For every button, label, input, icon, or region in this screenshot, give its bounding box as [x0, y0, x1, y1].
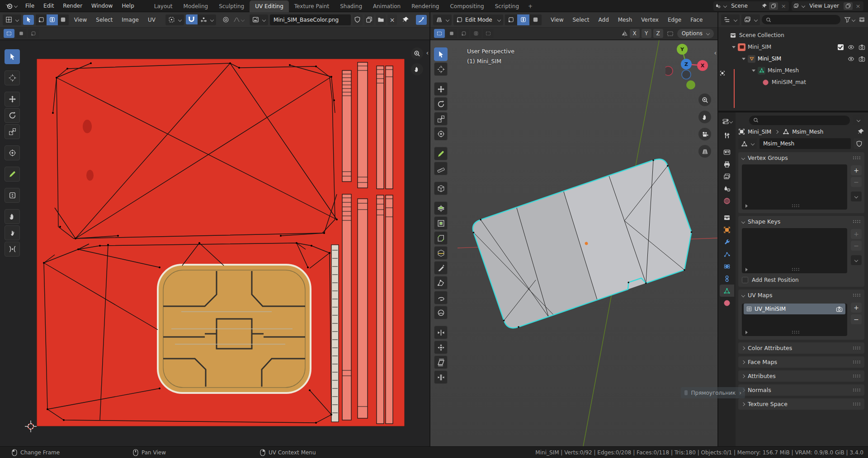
sidebar-expand-chevron[interactable]: ‹	[426, 49, 429, 56]
shape-key-specials-button[interactable]	[851, 255, 862, 265]
snap-correct-button[interactable]	[665, 28, 675, 38]
tool-cursor-3d[interactable]	[434, 62, 448, 76]
grip-icon[interactable]	[853, 360, 861, 364]
eye-icon[interactable]	[848, 56, 854, 62]
add-rest-position-checkbox[interactable]	[742, 277, 748, 283]
select-mode-new-button[interactable]	[434, 29, 445, 38]
tool-loop-cut[interactable]	[434, 246, 448, 260]
vp-menu-add[interactable]: Add	[595, 17, 613, 23]
tool-pinch[interactable]	[5, 242, 20, 257]
tool-rotate[interactable]	[434, 97, 448, 111]
tab-particles[interactable]	[720, 248, 734, 260]
mode-dropdown[interactable]: Edit Mode	[453, 14, 503, 25]
options-dropdown[interactable]: Options	[677, 29, 714, 38]
zoom-button[interactable]	[411, 47, 423, 60]
proportional-falloff-button[interactable]	[231, 15, 246, 25]
menu-edit[interactable]: Edit	[39, 0, 58, 12]
editor-type-button[interactable]	[720, 115, 734, 127]
select-mode-intersect-button[interactable]	[483, 29, 494, 38]
vp-menu-face[interactable]: Face	[687, 17, 706, 23]
update-automatically-toggle[interactable]	[416, 15, 427, 25]
pin-icon[interactable]	[858, 128, 864, 135]
breadcrumb-data[interactable]: Msim_Mesh	[792, 129, 823, 135]
tab-constraints[interactable]	[720, 272, 734, 285]
uv-menu-select[interactable]: Select	[92, 17, 116, 23]
grip-icon[interactable]	[853, 220, 861, 224]
outliner-row-scene-collection[interactable]: Scene Collection	[718, 29, 868, 41]
tab-rendering[interactable]: Rendering	[406, 0, 444, 12]
tool-bevel[interactable]	[434, 231, 448, 245]
select-mode-subtract-button[interactable]	[458, 29, 469, 38]
edge-select-mode-button[interactable]	[47, 14, 57, 25]
filter-button[interactable]	[842, 15, 857, 25]
tool-grab[interactable]	[5, 209, 20, 224]
menu-help[interactable]: Help	[117, 0, 138, 12]
panel-header[interactable]: Shape Keys	[738, 216, 864, 227]
zoom-button[interactable]	[698, 93, 711, 106]
uv-menu-uv[interactable]: UV	[144, 17, 159, 23]
snap-toggle[interactable]	[186, 14, 198, 24]
camera-icon[interactable]	[859, 56, 865, 62]
editor-type-button[interactable]	[721, 14, 740, 25]
tool-extrude-region[interactable]	[434, 201, 448, 215]
remove-view-layer-button[interactable]: ×	[854, 3, 862, 9]
tool-tweak-select[interactable]	[434, 47, 448, 61]
vertex-select-mode-button[interactable]	[36, 14, 47, 25]
view-layer-name[interactable]: View Layer	[807, 3, 842, 9]
vp-menu-view[interactable]: View	[547, 17, 567, 23]
select-mode-extend-button[interactable]	[16, 29, 27, 38]
pan-button[interactable]	[411, 63, 423, 75]
pin-icon[interactable]	[762, 3, 767, 9]
view-layer-icon[interactable]	[793, 3, 799, 9]
display-mode-button[interactable]	[741, 14, 760, 25]
camera-icon[interactable]	[836, 306, 843, 313]
grip-icon[interactable]	[792, 267, 800, 271]
tool-relax[interactable]	[5, 225, 20, 240]
image-name-field[interactable]: Mini_SIM_BaseColor.png	[270, 14, 351, 25]
select-mode-extend-button[interactable]	[446, 29, 457, 38]
snap-settings-button[interactable]	[198, 14, 216, 25]
tab-modifiers[interactable]	[720, 236, 734, 248]
camera-icon[interactable]	[859, 44, 865, 51]
edge-select-mode-button[interactable]	[517, 14, 529, 25]
axis-negative-z[interactable]	[682, 70, 691, 79]
vp-menu-mesh[interactable]: Mesh	[614, 17, 636, 23]
new-image-button[interactable]	[364, 14, 374, 25]
mesh-name-field[interactable]: Msim_Mesh	[760, 138, 851, 149]
proportional-editing-toggle[interactable]	[221, 15, 231, 25]
uv-menu-image[interactable]: Image	[118, 17, 142, 23]
mirror-y-toggle[interactable]: Y	[642, 29, 651, 38]
eye-icon[interactable]	[848, 44, 854, 51]
tab-world[interactable]	[720, 195, 734, 207]
menu-file[interactable]: File	[21, 0, 39, 12]
select-mode-invert-button[interactable]	[471, 29, 481, 38]
tab-render[interactable]	[720, 146, 734, 158]
vp-menu-select[interactable]: Select	[569, 17, 593, 23]
vp-menu-edge[interactable]: Edge	[664, 17, 685, 23]
vertex-group-specials-button[interactable]	[851, 192, 862, 201]
tab-shading[interactable]: Shading	[335, 0, 368, 12]
chevron-down-icon[interactable]	[723, 4, 727, 8]
tool-edge-slide[interactable]	[434, 326, 448, 339]
grip-icon[interactable]	[853, 156, 861, 160]
uv-canvas[interactable]: ‹	[0, 40, 429, 446]
open-image-button[interactable]	[376, 14, 386, 25]
tab-compositing[interactable]: Compositing	[444, 0, 489, 12]
pivot-point-button[interactable]	[165, 14, 184, 25]
uv-sync-selection-toggle[interactable]	[23, 15, 34, 25]
select-mode-new-button[interactable]	[4, 29, 14, 38]
scene-icon[interactable]	[715, 3, 721, 9]
axis-negative-x[interactable]	[665, 66, 673, 75]
new-view-layer-button[interactable]	[844, 2, 853, 10]
unlink-scene-button[interactable]: ×	[780, 3, 787, 9]
add-uv-map-button[interactable]: +	[851, 303, 862, 313]
tab-tool[interactable]	[720, 129, 734, 141]
tab-sculpting[interactable]: Sculpting	[213, 0, 250, 12]
add-vertex-group-button[interactable]: +	[851, 165, 862, 175]
add-workspace-button[interactable]: +	[524, 0, 536, 12]
camera-view-button[interactable]	[698, 128, 711, 140]
browse-image-button[interactable]	[250, 14, 268, 25]
panel-header[interactable]: Color Attributes	[738, 342, 864, 354]
face-select-mode-button[interactable]	[529, 14, 542, 25]
outliner-row-collection-minisim[interactable]: Mini_SIM	[718, 41, 868, 53]
